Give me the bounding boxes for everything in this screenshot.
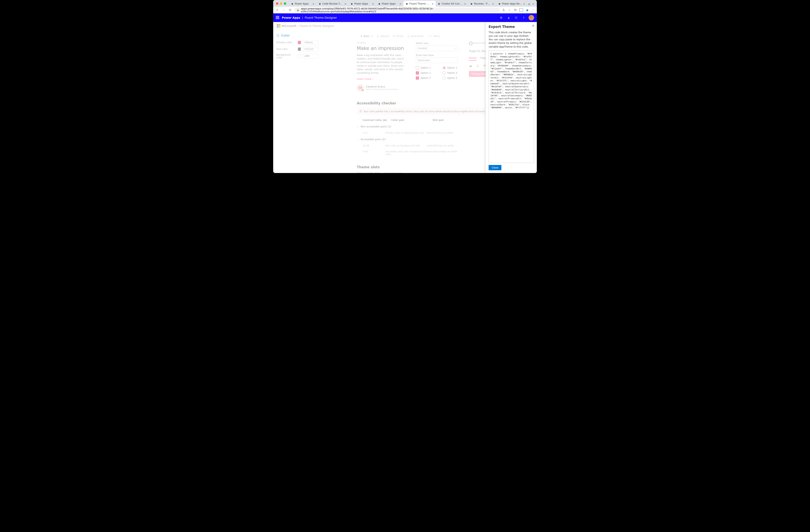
- share-command[interactable]: Share: [393, 35, 404, 37]
- browser-address-bar: 🔒 apps.powerapps.com/play/2f6b0e93-7676-…: [273, 7, 537, 13]
- browser-tab[interactable]: ◆ Power Apps ×: [349, 1, 376, 7]
- tab-title: Creator Kit Control Referen: [441, 2, 463, 5]
- chevron-down-icon: ⌄: [357, 138, 359, 140]
- browser-tab[interactable]: ◆ Reviews - Power Apps ×: [468, 1, 496, 7]
- window-close-dot[interactable]: [276, 2, 278, 5]
- window-min-dot[interactable]: [280, 2, 282, 5]
- new-tab-button[interactable]: +: [527, 1, 531, 7]
- primary-color-input[interactable]: [303, 40, 318, 45]
- panel-close-button[interactable]: ✕: [532, 24, 534, 28]
- help-icon[interactable]: ?: [521, 15, 526, 20]
- tab-semantic-slots[interactable]: Semantic slots: [384, 172, 402, 173]
- download-icon[interactable]: [506, 15, 511, 20]
- mobile-icon[interactable]: ▯: [477, 64, 479, 67]
- more-command[interactable]: •••More: [427, 35, 440, 37]
- bg-color-label: Background color: [276, 53, 296, 59]
- close-button[interactable]: Close: [489, 165, 501, 170]
- browser-tab[interactable]: ◆ Code Review Tool Experim ×: [317, 1, 349, 7]
- browser-tab[interactable]: ◆ Creator Kit Control Referen ×: [436, 1, 468, 7]
- tab-overflow-button[interactable]: [531, 1, 535, 7]
- window-max-dot[interactable]: [284, 2, 286, 5]
- new-command[interactable]: +New: [360, 35, 373, 37]
- export-theme-panel: ✕ Export Theme This code block creates t…: [486, 22, 537, 173]
- settings-icon[interactable]: [514, 15, 519, 20]
- checkbox-option-1[interactable]: Option 1: [416, 66, 431, 69]
- stories-label: STORIES: [357, 42, 406, 44]
- url-input[interactable]: 🔒 apps.powerapps.com/play/2f6b0e93-7676-…: [294, 7, 500, 13]
- app-launcher-icon[interactable]: [276, 16, 279, 19]
- theme-code-block[interactable]: { palette: { themePrimary: "#f00e4a", th…: [489, 51, 534, 163]
- powerapps-icon: ◆: [350, 2, 353, 5]
- persona-avatar: CE: [357, 84, 364, 92]
- close-icon[interactable]: ×: [464, 2, 466, 5]
- primary-color-swatch[interactable]: [298, 41, 301, 44]
- tab-title: Power Apps Review Tool -: [502, 2, 522, 5]
- radio-option-3[interactable]: Option 3: [442, 77, 457, 80]
- radio-option-2[interactable]: Option 2: [442, 71, 457, 74]
- primary-color-label: Primary color: [276, 41, 296, 44]
- share-icon[interactable]: [502, 8, 505, 12]
- close-icon[interactable]: ×: [432, 2, 434, 5]
- account-badge-icon[interactable]: ◕: [525, 8, 529, 12]
- download-command[interactable]: Download: [407, 35, 423, 37]
- browser-tab[interactable]: ◆ Power Apps ×: [376, 1, 403, 7]
- color-section-heading: Color: [276, 34, 318, 37]
- text-color-label: Text color: [276, 48, 296, 51]
- profile-icon[interactable]: [519, 8, 523, 12]
- col-contrast-ratio: Contrast ratio: AA: [363, 119, 391, 121]
- extensions-icon[interactable]: [514, 8, 517, 12]
- close-icon[interactable]: ×: [523, 2, 525, 5]
- text-color-swatch[interactable]: [298, 47, 301, 51]
- content-dropdown[interactable]: Content: [416, 46, 458, 51]
- powerapps-header: Power Apps | Fluent Theme Designer ?: [273, 13, 537, 22]
- text-input[interactable]: [416, 57, 458, 63]
- learn-more-link[interactable]: Learn more ›: [357, 78, 406, 80]
- app-title: Power Apps | Fluent Theme Designer: [282, 16, 337, 19]
- back-button[interactable]: [275, 8, 279, 12]
- powerapps-icon: ◆: [470, 2, 473, 5]
- star-icon[interactable]: ☆: [508, 8, 511, 12]
- text-color-input[interactable]: [303, 47, 318, 51]
- close-icon[interactable]: ×: [492, 2, 494, 5]
- lock-icon: 🔒: [296, 9, 299, 12]
- persona-sub: Senior Researcher at Contoso: [366, 88, 398, 90]
- user-avatar[interactable]: [529, 15, 534, 20]
- panel-description: This code block creates the theme you ca…: [489, 31, 534, 49]
- persona: CE Cameron Evans Senior Researcher at Co…: [357, 84, 406, 92]
- cloud-icon[interactable]: ☁: [469, 64, 472, 67]
- bg-color-swatch[interactable]: [298, 54, 301, 58]
- bg-color-input[interactable]: [303, 54, 318, 59]
- powerapps-icon: ◆: [438, 2, 440, 5]
- text-label: Enter text here: [416, 54, 459, 56]
- powerapps-icon: ◆: [405, 2, 408, 5]
- tab-fabric-slots[interactable]: Fabric palette slots: [357, 172, 380, 173]
- stories-heading: Make an impression: [357, 46, 406, 51]
- chevron-down-icon: [454, 47, 456, 49]
- tab-title: Reviews - Power Apps: [474, 2, 491, 5]
- reload-button[interactable]: [288, 8, 292, 12]
- close-icon[interactable]: ×: [312, 2, 314, 5]
- powerapps-icon: ◆: [498, 2, 501, 5]
- checkbox-option-2[interactable]: ✓Option 2: [416, 71, 431, 74]
- close-icon[interactable]: ×: [399, 2, 402, 5]
- select-label: Select one: [416, 42, 459, 45]
- browser-tab[interactable]: ◆ Power Apps ×: [289, 1, 317, 7]
- forward-button[interactable]: [281, 8, 286, 12]
- radio-option-1[interactable]: Option 1: [442, 66, 457, 69]
- svg-point-3: [278, 35, 278, 35]
- upload-command[interactable]: Upload: [376, 35, 389, 37]
- diagram-icon[interactable]: [499, 15, 504, 20]
- browser-tab-active[interactable]: ◆ Fluent Theme Designer - P ×: [403, 1, 436, 7]
- browser-tab[interactable]: ◆ Power Apps Review Tool - ×: [496, 1, 527, 7]
- checkbox-option-3[interactable]: ✓Option 3: [416, 77, 431, 80]
- menu-icon[interactable]: ⋮: [531, 8, 535, 12]
- tab-title: Code Review Tool Experim: [322, 2, 343, 5]
- tab-title: Fluent Theme Designer - P: [409, 2, 431, 5]
- pivot-home[interactable]: Home: [469, 56, 476, 61]
- close-icon[interactable]: ×: [344, 2, 346, 5]
- close-icon[interactable]: ×: [372, 2, 374, 5]
- browser-tabstrip: ◆ Power Apps × ◆ Code Review Tool Experi…: [273, 0, 537, 7]
- col-color-pair: Color pair: [391, 119, 433, 121]
- svg-point-0: [516, 17, 517, 18]
- svg-point-4: [278, 36, 279, 36]
